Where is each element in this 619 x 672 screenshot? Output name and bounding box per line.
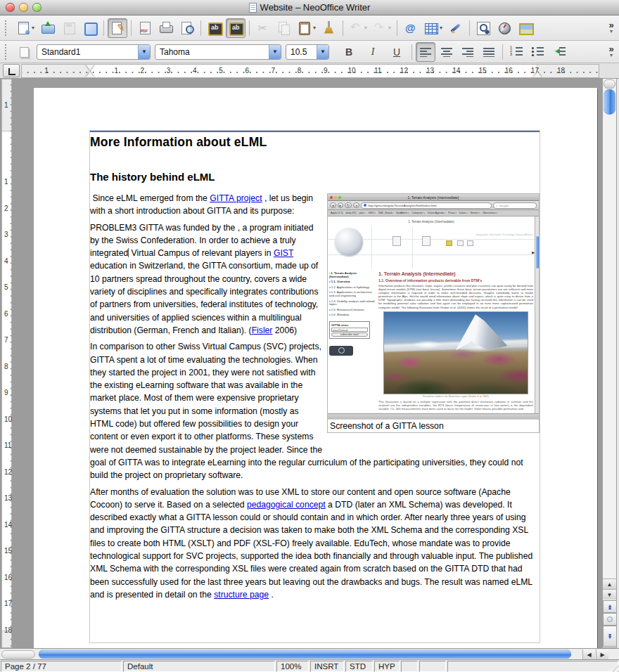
chevron-down-icon[interactable]: ▾ — [313, 25, 316, 31]
insert-mode-field[interactable]: INSRT — [310, 661, 344, 672]
vertical-scrollbar[interactable]: ▲ ▼ ▲▲ ▼▼ — [602, 79, 617, 648]
paragraph-4[interactable]: After months of evaluation the solution … — [90, 486, 540, 602]
zoom-button[interactable] — [32, 3, 42, 12]
bookmark-item[interactable]: Übersetzen — [483, 212, 497, 214]
italic-button[interactable]: I — [362, 42, 384, 62]
align-center-button[interactable] — [437, 42, 457, 62]
bold-button[interactable]: B — [338, 42, 360, 62]
hyperlink[interactable]: pedagogical concept — [247, 500, 326, 510]
hyperlink[interactable]: GIST — [274, 248, 293, 258]
minimize-button[interactable] — [19, 3, 28, 12]
bookmark-item[interactable]: Privat — [448, 212, 457, 214]
news-email-input[interactable]: your@email — [331, 328, 368, 332]
toolbar-overflow-button[interactable]: » ▾ — [605, 21, 618, 34]
scrollbar-split-handle[interactable] — [1, 650, 35, 659]
insert-table-button[interactable]: ▾ — [422, 18, 445, 38]
title-bar[interactable]: Website – NeoOffice Writer — [0, 0, 619, 15]
chevron-down-icon[interactable]: ▼ — [269, 45, 281, 59]
bookmark-item[interactable]: Daten — [459, 212, 468, 214]
bookmark-item[interactable]: Computer — [412, 212, 425, 214]
export-as-pdf-button[interactable] — [135, 18, 155, 38]
decrease-indent-button[interactable] — [549, 42, 568, 62]
gitta-nav-item[interactable]: ♦1.6. Metadata — [329, 314, 376, 317]
scroll-down-button[interactable]: ▼ — [603, 589, 616, 600]
figure-caption[interactable]: Screenshot of a GITTA lesson — [328, 419, 539, 432]
vertical-scrollbar-thumb[interactable] — [604, 89, 615, 115]
gitta-screenshot-frame[interactable]: 1. Terrain Analysis (Intermediate) ◂ ▸ ↻… — [327, 193, 540, 433]
cut-button[interactable] — [253, 18, 273, 38]
horizontal-scrollbar[interactable]: ◀ ▶ — [0, 648, 619, 659]
chevron-down-icon[interactable]: ▾ — [440, 25, 442, 31]
toolbar-drag-handle[interactable] — [5, 20, 8, 36]
chevron-down-icon[interactable]: ▾ — [364, 25, 367, 31]
bookmark-item[interactable]: XML_Stand — [378, 212, 393, 214]
new-document-button[interactable]: ▾ — [14, 18, 37, 38]
right-indent-marker[interactable] — [533, 72, 542, 77]
hyperlink[interactable]: GITTA project — [210, 193, 262, 203]
underline-button[interactable]: U — [385, 42, 408, 62]
gitta-nav-item[interactable]: ♦1.5. Resources/Literature — [329, 309, 376, 312]
scroll-right-button[interactable]: ▶ — [596, 650, 608, 659]
print-button[interactable] — [156, 18, 176, 38]
scroll-left-button[interactable]: ◀ — [582, 650, 595, 659]
left-indent-marker[interactable] — [86, 72, 94, 77]
gitta-nav-item[interactable]: ♦1.1. Overview — [329, 280, 376, 284]
news-subscribe-button[interactable]: subscribe now! — [331, 332, 368, 337]
open-button[interactable] — [38, 18, 58, 38]
copy-button[interactable] — [274, 18, 294, 38]
show-draw-functions-button[interactable] — [446, 18, 466, 38]
page-number-field[interactable]: Page 2 / 77 — [1, 661, 122, 672]
paragraph-style-combobox[interactable]: Standard1 ▼ — [37, 44, 151, 60]
document-as-email-button[interactable] — [80, 18, 100, 38]
undo-button[interactable]: ▾ — [347, 18, 369, 38]
auto-spellcheck-button[interactable] — [226, 18, 245, 38]
hyperlink-button[interactable] — [401, 18, 421, 38]
zoom-field[interactable]: 100% — [276, 661, 309, 672]
page-preview-button[interactable] — [177, 18, 197, 38]
paste-button[interactable]: ▾ — [295, 18, 318, 38]
toolbar-drag-handle[interactable] — [5, 44, 8, 60]
align-right-button[interactable] — [458, 42, 478, 62]
tab-stop-selector-button[interactable] — [3, 64, 20, 77]
format-paintbrush-button[interactable] — [319, 18, 339, 38]
chevron-down-icon[interactable]: ▼ — [138, 45, 150, 59]
hyperlink[interactable]: structure page — [214, 590, 269, 600]
edit-file-button[interactable] — [108, 18, 127, 38]
bookmark-item[interactable]: Grüne Agenda — [428, 212, 446, 214]
chevron-down-icon[interactable]: ▼ — [317, 45, 328, 59]
gitta-nav-item[interactable]: ♦1.3. Applications in architecture and c… — [329, 291, 376, 297]
scroll-up-button[interactable]: ▲ — [603, 579, 616, 589]
vertical-ruler[interactable]: 1123456789101112131415161718 — [1, 79, 12, 648]
navigation-button[interactable] — [603, 613, 616, 626]
navigator-button[interactable] — [494, 18, 514, 38]
gallery-button[interactable] — [516, 18, 535, 38]
gitta-nav-item[interactable]: ♦1.2. Applications in hydrology — [329, 286, 376, 290]
gitta-nav-item[interactable]: ▪1. Terrain Analysis (Intermediate) — [329, 272, 376, 278]
horizontal-scrollbar-thumb[interactable] — [39, 650, 571, 659]
bookmark-item[interactable]: daily (91) — [346, 212, 357, 214]
hyperlink[interactable]: Fisler — [252, 325, 273, 335]
font-size-combobox[interactable]: 10.5 ▼ — [286, 44, 329, 60]
document-heading-1[interactable]: More Information about eLML — [90, 131, 540, 150]
find-and-replace-button[interactable] — [473, 18, 493, 38]
first-line-indent-marker[interactable] — [86, 65, 94, 70]
spellcheck-button[interactable] — [205, 18, 224, 38]
next-page-button[interactable]: ▼▼ — [603, 626, 616, 647]
document-heading-2[interactable]: The history behind eLML — [90, 171, 540, 183]
bookmark-item[interactable]: GIS2 — [368, 212, 376, 214]
page-style-field[interactable]: Default — [123, 661, 275, 672]
bookmark-item[interactable]: Reisen — [471, 212, 480, 214]
save-button[interactable] — [59, 18, 79, 38]
justify-button[interactable] — [479, 42, 499, 62]
bookmark-item[interactable]: Apple (1:1) — [331, 212, 343, 214]
scrollbar-split-handle[interactable] — [604, 79, 615, 89]
redo-button[interactable]: ▾ — [371, 18, 393, 38]
bookmark-item[interactable]: jako — [359, 212, 365, 214]
chevron-down-icon[interactable]: ▾ — [388, 25, 391, 31]
font-name-combobox[interactable]: Tahoma ▼ — [155, 44, 281, 60]
close-button[interactable] — [6, 3, 15, 12]
styles-button[interactable] — [14, 42, 34, 62]
bullet-list-button[interactable] — [528, 42, 547, 62]
document-page[interactable]: More Information about eLML The history … — [34, 88, 597, 648]
selection-mode-field[interactable]: STD — [345, 661, 373, 672]
